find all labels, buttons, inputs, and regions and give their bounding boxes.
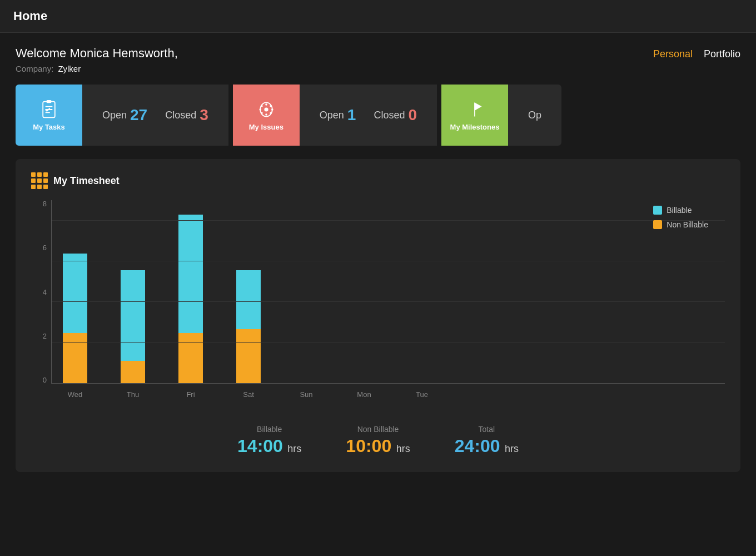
bar-group-wed	[63, 254, 87, 383]
x-label-thu: Thu	[121, 390, 145, 399]
chart-wrapper: 0 2 4 6 8	[31, 200, 725, 456]
bar-group-sat	[236, 270, 261, 383]
svg-point-10	[261, 105, 263, 107]
y-label-0: 0	[31, 376, 51, 384]
chart-legend: Billable Non Billable	[653, 206, 708, 229]
issues-label: My Issues	[249, 123, 284, 131]
main-content: Welcome Monica Hemsworth, Personal Portf…	[0, 33, 756, 485]
summary-billable-unit: hrs	[287, 443, 301, 454]
legend-nonbillable-label: Non Billable	[667, 220, 708, 229]
tasks-open-stat: Open 27	[102, 106, 147, 124]
tasks-widget[interactable]: My Tasks Open 27 Closed 3	[16, 85, 228, 146]
y-label-4: 4	[31, 289, 51, 296]
issues-icon	[256, 100, 276, 120]
bar-billable	[178, 215, 203, 333]
tab-portfolio[interactable]: Portfolio	[704, 48, 740, 60]
milestones-label: My Milestones	[450, 123, 500, 131]
bar-nonbillable	[178, 333, 203, 383]
timesheet-dots-icon	[31, 172, 48, 189]
grid-line-6	[52, 261, 725, 261]
x-label-wed: Wed	[63, 390, 87, 399]
welcome-row: Welcome Monica Hemsworth, Personal Portf…	[16, 46, 740, 61]
summary-billable: Billable 14:00 hrs	[237, 425, 301, 456]
y-label-2: 2	[31, 332, 51, 340]
svg-point-11	[270, 105, 272, 107]
svg-point-7	[265, 113, 267, 116]
tasks-icon	[39, 100, 59, 120]
tasks-icon-block: My Tasks	[16, 85, 82, 146]
timesheet-title: My Timesheet	[53, 175, 120, 187]
summary-total-unit: hrs	[505, 443, 519, 454]
svg-rect-4	[47, 100, 52, 102]
y-axis: 0 2 4 6 8	[31, 200, 51, 400]
summary-billable-value-row: 14:00 hrs	[237, 436, 301, 456]
y-label-8: 8	[31, 200, 51, 207]
issues-closed-label: Closed	[374, 110, 405, 121]
widgets-row: My Tasks Open 27 Closed 3	[16, 85, 740, 146]
company-label: Company:	[16, 64, 53, 73]
tasks-closed-stat: Closed 3	[165, 106, 208, 124]
bar-billable	[121, 270, 145, 361]
summary-nonbillable-unit: hrs	[396, 443, 410, 454]
x-label-mon: Mon	[352, 390, 376, 399]
svg-point-13	[270, 112, 272, 114]
bar-group-fri	[178, 215, 203, 383]
legend-non-billable: Non Billable	[653, 220, 708, 229]
summary-total-value: 24:00	[455, 436, 500, 456]
timesheet-header: My Timesheet	[31, 172, 725, 189]
view-tabs: Personal Portfolio	[653, 46, 740, 60]
svg-point-8	[259, 108, 261, 111]
x-label-sat: Sat	[236, 390, 261, 399]
tab-personal[interactable]: Personal	[653, 48, 693, 60]
chart-container: 0 2 4 6 8	[31, 200, 725, 400]
svg-point-9	[271, 108, 273, 111]
timesheet-card: My Timesheet 0 2 4 6 8	[16, 159, 740, 472]
issues-open-label: Open	[320, 110, 344, 121]
widget-sep-2	[437, 85, 441, 146]
svg-point-12	[261, 112, 263, 114]
grid-line-4	[52, 301, 725, 302]
milestones-stats: Op	[508, 110, 561, 121]
legend-billable: Billable	[653, 206, 708, 215]
svg-point-6	[265, 103, 267, 106]
summary-non-billable: Non Billable 10:00 hrs	[346, 425, 410, 456]
bar-group-thu	[121, 270, 145, 383]
svg-point-14	[264, 107, 268, 111]
issues-open-stat: Open 1	[320, 106, 356, 124]
bar-nonbillable	[63, 333, 87, 383]
milestones-widget[interactable]: My Milestones Op	[441, 85, 561, 146]
bar-nonbillable	[121, 361, 145, 383]
bar-nonbillable	[236, 329, 261, 383]
issues-closed-value: 0	[408, 106, 417, 124]
tasks-open-value: 27	[130, 106, 147, 124]
x-label-fri: Fri	[178, 390, 203, 399]
page-title: Home	[13, 9, 47, 23]
x-label-sun: Sun	[294, 390, 319, 399]
tasks-closed-value: 3	[200, 106, 208, 124]
bar-billable	[63, 254, 87, 333]
tasks-open-label: Open	[102, 110, 127, 121]
milestones-open-stat: Op	[528, 110, 541, 121]
summary-total-value-row: 24:00 hrs	[455, 436, 519, 456]
summary-billable-label: Billable	[257, 425, 282, 434]
summary-billable-value: 14:00	[237, 436, 283, 456]
header: Home	[0, 0, 756, 33]
grid-line-8	[52, 220, 725, 221]
summary-nonbillable-value-row: 10:00 hrs	[346, 436, 410, 456]
summary-row: Billable 14:00 hrs Non Billable 10:00 hr…	[31, 425, 725, 456]
legend-billable-box	[653, 206, 662, 215]
issues-widget[interactable]: My Issues Open 1 Closed 0	[233, 85, 437, 146]
summary-total: Total 24:00 hrs	[455, 425, 519, 456]
svg-marker-16	[475, 102, 482, 110]
summary-nonbillable-value: 10:00	[346, 436, 391, 456]
milestones-icon	[465, 100, 485, 120]
issues-stats: Open 1 Closed 0	[300, 106, 437, 124]
issues-icon-block: My Issues	[233, 85, 300, 146]
bar-billable	[236, 270, 261, 330]
y-label-6: 6	[31, 244, 51, 251]
x-label-tue: Tue	[410, 390, 434, 399]
company-row: Company: Zylker	[16, 64, 740, 73]
legend-nonbillable-box	[653, 220, 662, 229]
x-labels: WedThuFriSatSunMonTue	[52, 387, 725, 399]
chart-bars	[52, 200, 725, 383]
